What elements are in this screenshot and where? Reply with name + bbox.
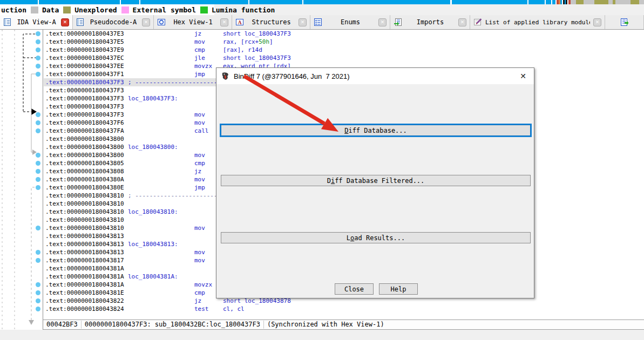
status-bar: 00042BF3 00000001800437F3: sub_1800432BC… xyxy=(43,319,644,330)
tab-bar: IDA View-A ✕ Pseudocode-A ✕ Hex View-1 ✕… xyxy=(0,15,644,30)
instruction-dot-icon xyxy=(36,185,40,190)
tab-label: List of applied library modules xyxy=(485,19,590,26)
line-mnemonic: test xyxy=(194,305,209,313)
status-sync: (Synchronized with Hex View-1) xyxy=(263,321,388,329)
load-results-button[interactable]: Load Results... xyxy=(221,232,531,243)
line-address: .text:0000000180043817 xyxy=(45,256,124,264)
disasm-line[interactable]: .text:00000001800437ECjleshort loc_18004… xyxy=(0,54,644,62)
line-address: .text:0000000180043824 xyxy=(45,305,124,313)
bindiff-dialog: BinDiff 7 (@377901646, Jun 7 2021) ✕ Dif… xyxy=(216,67,534,298)
legend-item: Data xyxy=(31,6,59,14)
diff-database-filtered-button[interactable]: Diff Database Filtered... xyxy=(221,175,531,186)
tab-close-icon[interactable]: ✕ xyxy=(458,18,466,26)
line-address: .text:00000001800437F3 xyxy=(45,94,124,103)
instruction-dot-icon xyxy=(36,298,40,303)
navband-segment xyxy=(576,0,584,4)
navigation-band[interactable] xyxy=(0,0,644,4)
line-operands: rax, [rcx+50h] xyxy=(223,38,273,46)
navband-segment xyxy=(615,0,631,4)
dialog-title-bar[interactable]: BinDiff 7 (@377901646, Jun 7 2021) ✕ xyxy=(216,68,534,84)
tab-label: Structures xyxy=(247,18,295,26)
line-mnemonic: movzx xyxy=(194,62,212,70)
tab-structures[interactable]: A Structures ✕ xyxy=(232,15,310,29)
tab-enums[interactable]: Enums ✕ xyxy=(310,15,390,29)
window-bottom-strip xyxy=(0,330,644,340)
line-mnemonic: mov xyxy=(194,111,205,119)
navband-segment xyxy=(303,0,450,4)
disasm-line[interactable]: .text:00000001800437E9cmp[rax], r14d xyxy=(0,46,644,54)
instruction-dot-icon xyxy=(36,282,40,287)
instruction-dot-icon xyxy=(36,112,40,117)
modules-icon xyxy=(473,18,482,26)
navband-segment xyxy=(452,0,527,4)
navband-segment xyxy=(546,0,551,4)
tab-close-icon[interactable]: ✕ xyxy=(142,18,150,26)
line-address: .text:00000001800437F1 xyxy=(45,70,124,78)
line-mnemonic: jmp xyxy=(194,183,205,192)
legend-color-swatch xyxy=(31,6,38,13)
navband-segment xyxy=(0,0,38,4)
line-operands: [rax], r14d xyxy=(223,46,262,54)
imports-icon xyxy=(394,18,402,26)
enums-icon xyxy=(314,18,322,26)
pseudocode-icon xyxy=(76,18,85,26)
tab-close-icon[interactable]: ✕ xyxy=(61,18,69,26)
tab-hex-view-1[interactable]: Hex View-1 ✕ xyxy=(154,15,232,29)
tab-close-icon[interactable]: ✕ xyxy=(593,18,601,26)
legend-item: External symbol xyxy=(121,6,196,14)
svg-text:A: A xyxy=(238,19,242,25)
line-address: .text:00000001800437EC xyxy=(45,54,124,62)
tab-close-icon[interactable]: ✕ xyxy=(220,18,228,26)
tab-label: IDA View-A xyxy=(15,18,58,26)
instruction-dot-icon xyxy=(36,47,40,52)
legend-label: Unexplored xyxy=(74,6,117,14)
disasm-line[interactable]: .text:00000001800437E5movrax, [rcx+50h] xyxy=(0,38,644,46)
status-offset: 00042BF3 xyxy=(43,321,81,329)
line-address: .text:0000000180043808 xyxy=(45,167,124,175)
line-operands: cl, cl xyxy=(223,305,245,313)
diff-database-button[interactable]: Diff Database... xyxy=(221,125,531,136)
line-address: .text:000000018004381A xyxy=(45,264,124,273)
tab-close-icon[interactable]: ✕ xyxy=(299,18,307,26)
line-label: loc_180043813: xyxy=(128,240,178,248)
line-mnemonic: movzx xyxy=(194,281,212,289)
navband-segment xyxy=(639,0,644,4)
tab-label: Imports xyxy=(405,18,455,26)
legend-item: Lumina function xyxy=(200,6,275,14)
ida-view-icon xyxy=(3,18,12,26)
instruction-dot-icon xyxy=(36,120,40,125)
line-mnemonic: cmp xyxy=(194,46,205,54)
tab-list-of-applied-library-modules[interactable]: List of applied library modules ✕ xyxy=(470,15,605,29)
line-address: .text:0000000180043800 xyxy=(45,135,124,143)
tab-exports[interactable] xyxy=(605,15,644,29)
navband-segment xyxy=(121,0,139,4)
line-mnemonic: mov xyxy=(194,38,205,46)
legend-item: uction xyxy=(1,6,26,14)
line-mnemonic: call xyxy=(194,127,209,135)
tab-close-icon[interactable]: ✕ xyxy=(378,18,387,26)
line-address: .text:00000001800437F6 xyxy=(45,119,124,127)
tab-ida-view-a[interactable]: IDA View-A ✕ xyxy=(0,15,73,29)
close-icon[interactable]: ✕ xyxy=(512,68,534,84)
disasm-line[interactable]: .text:00000001800437E3jzshort loc_180043… xyxy=(0,30,644,38)
line-address: .text:0000000180043800 xyxy=(45,151,124,159)
line-address: .text:000000018004380A xyxy=(45,175,124,183)
help-button[interactable]: Help xyxy=(379,283,418,295)
line-address: .text:00000001800437E5 xyxy=(45,38,124,46)
line-address: .text:0000000180043813 xyxy=(45,248,124,256)
line-mnemonic: jz xyxy=(194,297,201,305)
navband-segment xyxy=(571,0,576,4)
tab-pseudocode-a[interactable]: Pseudocode-A ✕ xyxy=(73,15,154,29)
instruction-dot-icon xyxy=(36,250,40,255)
instruction-dot-icon xyxy=(36,258,40,263)
legend-color-swatch xyxy=(63,6,71,13)
instruction-dot-icon xyxy=(36,177,40,182)
tab-imports[interactable]: Imports ✕ xyxy=(390,15,470,29)
disasm-line[interactable]: .text:0000000180043824testcl, cl xyxy=(0,305,644,313)
navband-segment xyxy=(249,0,302,4)
close-button[interactable]: Close xyxy=(335,283,374,295)
line-address: .text:0000000180043810 xyxy=(45,216,124,224)
bindiff-logo-icon xyxy=(221,72,230,81)
legend-row: uctionDataUnexploredExternal symbolLumin… xyxy=(0,4,644,15)
legend-item: Unexplored xyxy=(63,6,117,14)
